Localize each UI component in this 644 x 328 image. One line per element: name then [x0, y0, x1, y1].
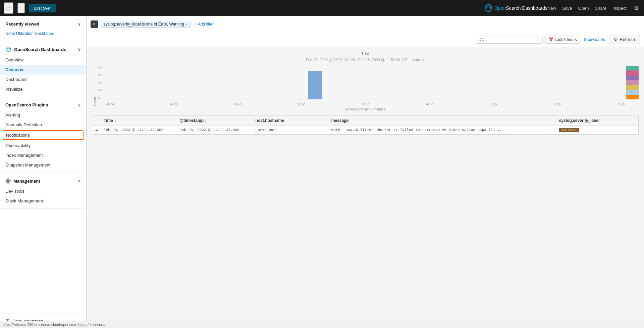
sidebar-item-node-utilization[interactable]: Node Utilization Dashboard	[0, 29, 86, 38]
opensearch-dashboards-header[interactable]: OpenSearch Dashboards ∨	[0, 44, 86, 55]
opensearch-dashboards-section: OpenSearch Dashboards ∨ Overview Discove…	[0, 41, 86, 97]
filter-bar: × syslog.severity_label is one of Error,…	[87, 16, 644, 32]
x-label-4: 10:00	[298, 103, 306, 106]
sidebar-item-dev-tools[interactable]: Dev Tools	[0, 186, 86, 196]
legend-bar-2	[626, 71, 639, 75]
chart-dropdown-icon[interactable]: ∨	[422, 57, 425, 62]
chart-bar-29	[509, 99, 524, 99]
col-severity[interactable]: syslog.severity_label	[559, 118, 635, 123]
new-button[interactable]: New	[547, 6, 556, 11]
chart-bar-19	[366, 99, 380, 99]
col-time[interactable]: Time ↓	[104, 118, 179, 123]
dql-input[interactable]	[476, 36, 543, 44]
sidebar-item-visualize[interactable]: Visualize	[0, 84, 86, 94]
chart-bar-2	[121, 99, 135, 99]
sidebar-item-overview[interactable]: Overview	[0, 55, 86, 65]
chart-bar-26	[466, 99, 480, 99]
chart-bar-25	[452, 99, 466, 99]
time-range-button[interactable]: 📅 Last 3 hours	[545, 36, 580, 44]
show-dates-button[interactable]: Show dates	[583, 36, 606, 43]
opensearch-section-icon	[5, 46, 11, 52]
management-header[interactable]: Management ∨	[0, 176, 86, 186]
row-expand-icon[interactable]: ▶	[96, 128, 104, 132]
chart-bar-36	[610, 99, 625, 99]
recently-viewed-section: Recently viewed ∨ Node Utilization Dashb…	[0, 16, 86, 41]
sidebar-item-index-management[interactable]: Index Management	[0, 150, 86, 160]
legend-bar-6	[626, 90, 639, 94]
y-tick-3: 0.4	[98, 81, 106, 84]
home-icon[interactable]: ⌂	[17, 3, 25, 13]
chart-legend-bar	[626, 66, 639, 99]
topbar-right: New Save Open Share Inspect ⚙	[547, 4, 640, 13]
app-layout: Recently viewed ∨ Node Utilization Dashb…	[0, 16, 644, 328]
inspect-button[interactable]: Inspect	[612, 6, 627, 11]
svg-point-4	[7, 49, 7, 50]
x-label-6: 10:40	[425, 103, 433, 106]
filter-tag[interactable]: syslog.severity_label is one of Error, W…	[101, 21, 191, 28]
opensearch-plugins-header[interactable]: OpenSearch Plugins ∨	[0, 100, 86, 110]
chart-bar-11	[250, 99, 264, 99]
chart-y-ticks: 0.8 0.6 0.4 0.2 0	[98, 66, 106, 99]
svg-point-1	[486, 8, 487, 9]
row-timestamp: Feb 28, 2023 @ 11:41:37.000	[179, 128, 255, 132]
legend-bar-5	[626, 85, 639, 90]
recently-viewed-label: Recently viewed	[5, 21, 39, 27]
x-label-5: 10:20	[362, 103, 369, 106]
chart-bar-13	[279, 99, 293, 99]
col-message[interactable]: message	[331, 118, 559, 123]
time-range-label: Last 3 hours	[555, 37, 577, 42]
severity-badge: WARNING	[559, 128, 579, 132]
sidebar-item-dashboard[interactable]: Dashboard	[0, 75, 86, 84]
chart-bar-23	[423, 99, 437, 99]
svg-point-6	[7, 180, 9, 182]
chart-bar-34	[582, 99, 596, 99]
management-chevron-icon: ∨	[78, 179, 81, 183]
chart-bar-17	[337, 99, 351, 99]
sidebar-item-anomaly-detection[interactable]: Anomaly Detection	[0, 120, 86, 130]
col-timestamp[interactable]: @timestamp ↓	[179, 118, 255, 123]
chart-bar-33	[567, 99, 581, 99]
col-expand	[96, 118, 104, 123]
chart-bar-15	[308, 71, 322, 99]
opensearch-logo-icon	[484, 4, 492, 12]
sidebar-item-discover[interactable]: Discover	[0, 65, 86, 75]
sidebar-item-observability[interactable]: Observability	[0, 141, 86, 150]
x-label-7: 11:00	[489, 103, 497, 106]
chart-bar-18	[351, 99, 365, 99]
hits-count: 1 hit	[92, 51, 639, 56]
chart-bar-10	[236, 99, 250, 99]
settings-icon[interactable]: ⚙	[633, 4, 640, 13]
results-table: Time ↓ @timestamp ↓ host.hostname messag…	[92, 115, 639, 135]
sidebar-item-notifications[interactable]: Notifications	[3, 130, 84, 140]
discover-tab[interactable]: Discover	[29, 4, 57, 12]
refresh-button[interactable]: ↻ Refresh	[609, 35, 640, 44]
y-tick-1: 0	[98, 96, 106, 99]
sidebar-item-alerting[interactable]: Alerting	[0, 110, 86, 120]
chart-bar-27	[481, 99, 495, 99]
sidebar-item-snapshot-management[interactable]: Snapshot Management	[0, 160, 86, 170]
chart-bar-21	[394, 99, 409, 99]
sidebar-item-stack-management[interactable]: Stack Management	[0, 196, 86, 206]
save-button[interactable]: Save	[562, 6, 572, 11]
opensearch-dashboards-label: OpenSearch Dashboards	[14, 47, 66, 52]
chart-separator: ·	[409, 58, 410, 62]
refresh-label: Refresh	[620, 37, 635, 42]
hamburger-icon[interactable]: ☰	[4, 2, 13, 14]
legend-bar-3	[626, 76, 639, 80]
row-severity-badge: WARNING	[559, 128, 635, 132]
share-button[interactable]: Share	[595, 6, 606, 11]
col-hostname[interactable]: host.hostname	[256, 118, 331, 123]
opensearch-dashboards-chevron-icon: ∨	[78, 47, 81, 52]
chart-bar-31	[538, 99, 552, 99]
chart-bar-8	[207, 99, 221, 99]
chart-bar-1	[106, 99, 120, 99]
management-label: Management	[13, 179, 40, 184]
opensearch-dashboards-header-content: OpenSearch Dashboards	[5, 46, 66, 52]
filter-tag-remove-icon[interactable]: ×	[185, 22, 187, 26]
recently-viewed-header[interactable]: Recently viewed ∨	[0, 19, 86, 29]
open-button[interactable]: Open	[578, 6, 589, 11]
chart-bar-5	[164, 99, 178, 99]
legend-bar-1	[626, 66, 639, 71]
add-filter-button[interactable]: + Add filter	[193, 21, 215, 27]
close-filter-button[interactable]: ×	[91, 20, 98, 28]
